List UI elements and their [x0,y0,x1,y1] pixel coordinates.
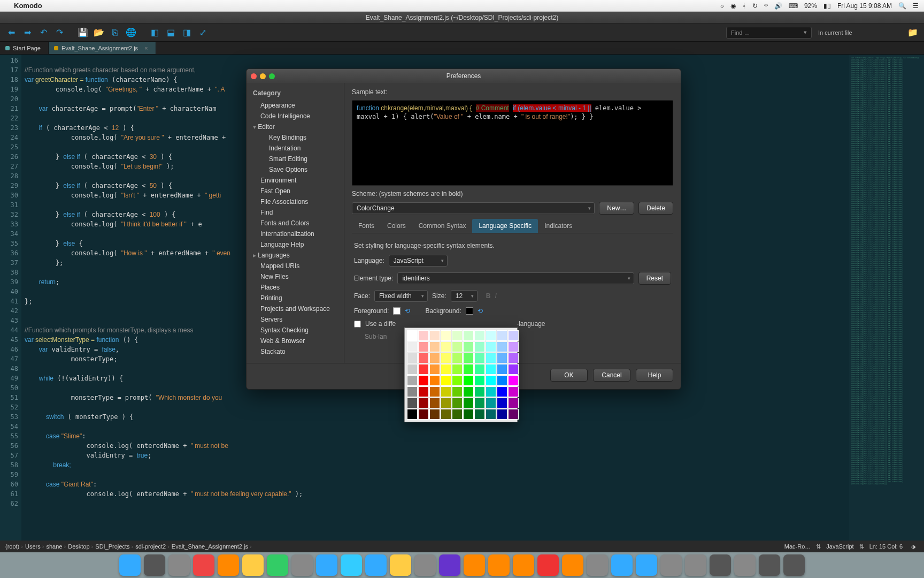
dock-app[interactable] [414,554,436,576]
tab-indicators[interactable]: Indicators [538,219,579,233]
dock-app[interactable] [587,554,608,576]
color-swatch[interactable] [407,364,418,375]
color-swatch[interactable] [407,353,418,363]
bold-button[interactable]: B [486,292,491,300]
color-swatch[interactable] [486,375,496,386]
color-swatch[interactable] [441,375,451,386]
color-swatch[interactable] [429,386,440,397]
color-swatch[interactable] [441,364,451,375]
color-swatch[interactable] [497,386,507,397]
find-scope[interactable]: In current file [818,29,904,36]
cat-mapped-uris[interactable]: Mapped URIs [249,261,342,271]
color-swatch[interactable] [486,364,496,375]
dock-app[interactable] [144,554,165,576]
cat-editor[interactable]: Editor [249,121,342,132]
delete-scheme-button[interactable]: Delete [638,202,673,215]
element-type-select[interactable]: identifiers [397,272,634,284]
status-icon[interactable]: ⬗ [908,543,919,550]
background-swatch[interactable] [466,307,473,315]
color-swatch[interactable] [486,398,496,408]
notification-center-icon[interactable]: ☰ [913,2,919,10]
color-swatch[interactable] [474,386,485,397]
dock-app[interactable] [168,554,190,576]
color-swatch[interactable] [418,353,429,363]
cancel-button[interactable]: Cancel [593,369,630,382]
cat-projects[interactable]: Projects and Workspace [249,303,342,314]
color-swatch[interactable] [508,330,519,341]
color-swatch[interactable] [452,364,463,375]
fg-reset-icon[interactable]: ⟲ [405,307,410,315]
input-icon[interactable]: ⌨ [789,2,798,10]
color-swatch[interactable] [486,409,496,420]
cat-lang-help[interactable]: Language Help [249,239,342,250]
tab-start-page[interactable]: Start Page [0,42,49,54]
color-swatch[interactable] [497,375,507,386]
italic-button[interactable]: I [495,292,496,300]
dock-app[interactable] [316,554,337,576]
face-select[interactable]: Fixed width [374,290,428,302]
color-swatch[interactable] [508,341,519,352]
battery-icon[interactable]: ▮▯ [823,2,831,10]
color-swatch[interactable] [508,409,519,420]
color-swatch[interactable] [463,341,474,352]
dock-app[interactable] [390,554,411,576]
dock-app[interactable] [660,554,682,576]
color-swatch[interactable] [497,364,507,375]
dock-app[interactable] [193,554,214,576]
cat-code-intel[interactable]: Code Intelligence [249,111,342,121]
color-swatch[interactable] [474,353,485,363]
size-select[interactable]: 12 [451,290,478,302]
color-swatch[interactable] [486,341,496,352]
cat-file-assoc[interactable]: File Associations [249,196,342,207]
color-swatch[interactable] [463,330,474,341]
dock-app[interactable] [562,554,583,576]
close-icon[interactable] [251,73,257,79]
language-select[interactable]: JavaScript [389,255,448,267]
color-swatch[interactable] [463,386,474,397]
color-swatch[interactable] [463,398,474,408]
language-picker[interactable]: JavaScript [823,543,857,550]
color-swatch[interactable] [441,386,451,397]
color-swatch[interactable] [452,353,463,363]
color-swatch[interactable] [497,409,507,420]
color-swatch[interactable] [474,409,485,420]
cat-new-files[interactable]: New Files [249,271,342,282]
tab-fonts[interactable]: Fonts [352,219,381,233]
color-swatch[interactable] [486,330,496,341]
color-swatch[interactable] [508,353,519,363]
color-swatch[interactable] [429,341,440,352]
copy-button[interactable]: ⎘ [108,26,122,40]
tab-common-syntax[interactable]: Common Syntax [412,219,473,233]
cat-smart-editing[interactable]: Smart Editing [249,154,342,164]
color-swatch[interactable] [441,353,451,363]
color-swatch[interactable] [407,341,418,352]
pane-bottom-button[interactable]: ⬓ [164,26,178,40]
color-swatch[interactable] [429,409,440,420]
color-swatch[interactable] [474,330,485,341]
cat-i18n[interactable]: Internationalization [249,229,342,239]
app-name[interactable]: Komodo [14,2,42,10]
color-swatch[interactable] [418,330,429,341]
dock-app[interactable] [611,554,633,576]
reset-button[interactable]: Reset [638,272,671,285]
color-swatch[interactable] [418,398,429,408]
dialog-titlebar[interactable]: Preferences [247,69,681,83]
color-swatch[interactable] [474,364,485,375]
color-swatch[interactable] [474,375,485,386]
bg-reset-icon[interactable]: ⟲ [478,307,483,315]
zoom-icon[interactable] [269,73,275,79]
forward-button[interactable]: ➡ [20,26,34,40]
color-swatch[interactable] [452,341,463,352]
tab-file[interactable]: Evalt_Shane_Assignment2.js × [49,42,156,54]
dropbox-icon[interactable]: ⟐ [720,2,724,10]
dock-app[interactable] [734,554,756,576]
color-swatch[interactable] [452,409,463,420]
encoding-picker[interactable]: Mac-Ro… [781,543,814,550]
color-swatch[interactable] [441,398,451,408]
back-button[interactable]: ⬅ [4,26,18,40]
ok-button[interactable]: OK [550,369,588,382]
volume-icon[interactable]: 🔊 [774,2,782,10]
dock-app[interactable] [291,554,313,576]
cat-environment[interactable]: Environment [249,175,342,186]
breadcrumb[interactable]: Desktop [68,543,93,550]
